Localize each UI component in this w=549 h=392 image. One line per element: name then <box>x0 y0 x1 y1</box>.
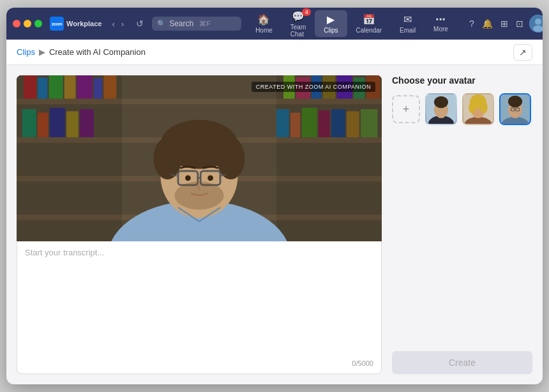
svg-point-48 <box>207 175 213 181</box>
svg-rect-26 <box>66 111 79 137</box>
svg-rect-11 <box>49 75 63 99</box>
transcript-input[interactable] <box>25 248 373 357</box>
avatar-option-2[interactable] <box>462 93 494 125</box>
search-box[interactable]: 🔍 Search ⌘F <box>152 17 241 31</box>
history-button[interactable]: ↺ <box>133 17 147 30</box>
svg-rect-27 <box>80 109 94 137</box>
nav-home-label: Home <box>255 27 273 34</box>
search-placeholder: Search <box>169 19 193 28</box>
breadcrumb-parent[interactable]: Clips <box>17 47 35 57</box>
svg-rect-28 <box>276 109 289 137</box>
team-chat-badge: 4 <box>302 8 311 16</box>
app-window: zoom Workplace ‹ › ↺ 🔍 Search ⌘F 🏠 Home … <box>6 8 543 384</box>
svg-rect-25 <box>50 108 65 137</box>
back-button[interactable]: ‹ <box>109 18 117 30</box>
avatar-section: Choose your avatar + <box>392 75 532 125</box>
titlebar-actions: ? 🔔 ⊞ ⊡ <box>467 15 543 33</box>
svg-rect-32 <box>331 109 345 137</box>
svg-rect-13 <box>77 75 93 99</box>
char-count: 0/5000 <box>25 359 373 367</box>
avatar-grid: + <box>392 93 532 125</box>
transcript-area: 0/5000 <box>17 241 382 374</box>
svg-rect-29 <box>290 113 300 138</box>
right-panel: Choose your avatar + <box>392 75 532 374</box>
svg-rect-12 <box>64 75 76 98</box>
create-section: Create <box>392 346 532 374</box>
nav-clips-label: Clips <box>324 27 338 34</box>
svg-point-61 <box>469 102 476 113</box>
ai-badge: CREATED WITH ZOOM AI COMPANION <box>252 82 375 92</box>
breadcrumb-separator: ▶ <box>39 47 45 57</box>
svg-rect-10 <box>38 78 47 99</box>
forward-button[interactable]: › <box>119 18 126 30</box>
home-icon: 🏠 <box>257 13 270 26</box>
avatar-option-1[interactable] <box>425 93 457 125</box>
nav-calendar[interactable]: 📅 Calendar <box>347 10 391 37</box>
svg-point-54 <box>434 96 448 108</box>
calendar-icon: 📅 <box>363 13 375 26</box>
nav-more-label: More <box>433 26 448 33</box>
main-content: CREATED WITH ZOOM AI COMPANION 0/5000 Ch… <box>6 65 543 384</box>
clips-icon: ▶ <box>327 13 335 26</box>
maximize-button[interactable] <box>34 20 42 27</box>
nav-home[interactable]: 🏠 Home <box>246 10 282 37</box>
user-avatar[interactable] <box>529 15 543 33</box>
nav-team-chat-label: Team Chat <box>290 24 306 38</box>
svg-point-2 <box>533 26 543 32</box>
svg-rect-33 <box>347 111 359 137</box>
svg-rect-30 <box>302 108 317 137</box>
nav-arrows: ‹ › <box>109 18 126 30</box>
appbar: Clips ▶ Create with AI Companion ↗ <box>6 40 543 65</box>
nav-calendar-label: Calendar <box>356 27 382 34</box>
video-container: CREATED WITH ZOOM AI COMPANION <box>17 75 382 241</box>
email-icon: ✉ <box>403 13 412 26</box>
appbar-actions: ↗ <box>513 44 532 61</box>
help-button[interactable]: ? <box>467 17 476 31</box>
app-wordmark: Workplace <box>66 20 102 27</box>
video-scene <box>17 75 382 241</box>
svg-rect-34 <box>361 109 377 137</box>
avatar-section-title: Choose your avatar <box>392 75 532 86</box>
more-icon: ••• <box>436 15 446 24</box>
zoom-logo-icon: zoom <box>50 17 64 31</box>
avatar-option-3[interactable] <box>499 93 531 125</box>
nav-team-chat[interactable]: 💬 Team Chat 4 <box>282 8 315 41</box>
traffic-lights <box>13 20 42 27</box>
svg-point-1 <box>535 19 541 25</box>
breadcrumb-current: Create with AI Companion <box>49 47 146 57</box>
notifications-button[interactable]: 🔔 <box>480 17 495 31</box>
svg-point-67 <box>508 96 522 107</box>
add-avatar-button[interactable]: + <box>392 95 420 123</box>
share-button[interactable]: ↗ <box>513 44 532 61</box>
zoom-logo: zoom Workplace <box>50 17 102 31</box>
close-button[interactable] <box>13 20 20 27</box>
svg-rect-23 <box>22 109 36 137</box>
svg-rect-9 <box>24 75 36 99</box>
svg-point-62 <box>481 102 488 113</box>
apps-button[interactable]: ⊞ <box>499 17 510 31</box>
search-icon: 🔍 <box>157 20 166 28</box>
nav-clips[interactable]: ▶ Clips <box>315 10 347 37</box>
svg-rect-15 <box>103 75 116 99</box>
nav-more[interactable]: ••• More <box>425 12 457 36</box>
svg-rect-14 <box>94 79 102 99</box>
minimize-button[interactable] <box>24 20 31 27</box>
titlebar: zoom Workplace ‹ › ↺ 🔍 Search ⌘F 🏠 Home … <box>6 8 543 40</box>
svg-rect-31 <box>319 110 330 137</box>
main-nav: 🏠 Home 💬 Team Chat 4 ▶ Clips 📅 Calendar … <box>246 8 457 41</box>
left-panel: CREATED WITH ZOOM AI COMPANION 0/5000 <box>17 75 382 374</box>
nav-email-label: Email <box>400 27 416 34</box>
create-button[interactable]: Create <box>392 351 532 374</box>
search-shortcut: ⌘F <box>199 20 211 28</box>
svg-rect-24 <box>38 113 49 138</box>
svg-point-47 <box>185 175 191 181</box>
share-screen-button[interactable]: ⊡ <box>514 17 525 31</box>
nav-email[interactable]: ✉ Email <box>391 10 425 37</box>
